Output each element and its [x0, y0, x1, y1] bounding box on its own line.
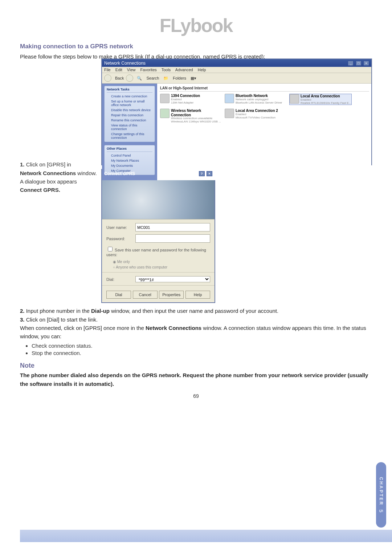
close-icon[interactable]: ×	[363, 61, 369, 66]
nc-sidebar: Network Tasks Create a new connection Se…	[102, 84, 157, 180]
dial-label: Dial:	[106, 277, 135, 282]
folders-label[interactable]: Folders	[173, 76, 186, 80]
bullet-stop-connection: Stop the connection.	[32, 350, 372, 356]
menu-view[interactable]: View	[127, 68, 136, 72]
dlg-window-controls[interactable]: ? ×	[198, 171, 212, 176]
minimize-icon[interactable]: _	[348, 61, 354, 66]
task-create-connection[interactable]: Create a new connection	[107, 94, 152, 99]
other-places-title: Other Places	[107, 147, 152, 152]
section-heading: Making connection to a GPRS network	[20, 43, 372, 50]
password-label: Password:	[106, 237, 135, 241]
cancel-button[interactable]: Cancel	[133, 291, 158, 299]
step-1-text: 1. Click on [GPRS] in Network Connection…	[20, 160, 100, 194]
network-connections-window: Network Connections _ □ × File Edit View…	[101, 58, 372, 165]
search-label[interactable]: Search	[146, 76, 159, 80]
note-heading: Note	[20, 362, 372, 370]
dlg-hero-image	[102, 177, 215, 219]
nc-menubar[interactable]: File Edit View Favorites Tools Advanced …	[102, 67, 371, 73]
network-tasks-panel: Network Tasks Create a new connection Se…	[104, 86, 155, 142]
connect-gprs-dialog: Connect GPRS ? × User name: Password:	[101, 169, 215, 303]
step-3-text: 3. Click on [Dial] to start the link.	[20, 315, 372, 324]
password-input[interactable]	[135, 234, 210, 243]
menu-help[interactable]: Help	[198, 68, 206, 72]
task-rename[interactable]: Rename this connection	[107, 118, 152, 123]
maximize-icon[interactable]: □	[356, 61, 362, 66]
save-credentials-checkbox[interactable]: Save this user name and password for the…	[106, 246, 210, 257]
window-controls[interactable]: _ □ ×	[347, 60, 369, 66]
menu-edit[interactable]: Edit	[115, 68, 122, 72]
other-places-panel: Other Places Control Panel My Network Pl…	[104, 145, 155, 175]
paragraph-when-connected: When connected, click on [GPRS] once mor…	[20, 324, 372, 341]
chapter-tab: CHAPTER5	[376, 462, 386, 528]
properties-button[interactable]: Properties	[159, 291, 184, 299]
connection-icon	[225, 94, 234, 103]
menu-advanced[interactable]: Advanced	[175, 68, 193, 72]
connection-icon	[225, 109, 234, 118]
back-icon[interactable]	[104, 74, 111, 82]
connection-wireless[interactable]: Wireless Network Connection Wireless con…	[160, 109, 222, 124]
place-my-computer[interactable]: My Computer	[107, 168, 152, 173]
nc-main-area: LAN or High-Speed Internet 1394 Connecti…	[157, 84, 371, 180]
connection-icon	[290, 94, 299, 104]
menu-tools[interactable]: Tools	[162, 68, 171, 72]
connection-icon	[160, 94, 170, 103]
connection-local-area-2[interactable]: Local Area Connection 2 Enabled Microsof…	[225, 109, 286, 124]
forward-icon[interactable]	[126, 74, 133, 82]
task-disable-device[interactable]: Disable this network device	[107, 108, 152, 113]
username-input[interactable]	[135, 223, 210, 231]
close-icon[interactable]: ×	[207, 171, 212, 176]
menu-favorites[interactable]: Favorites	[140, 68, 157, 72]
connection-icon	[160, 109, 170, 118]
task-setup-network[interactable]: Set up a home or small office network	[107, 99, 152, 108]
network-tasks-title: Network Tasks	[107, 88, 152, 93]
connection-bluetooth[interactable]: Bluetooth Network Network cable unplugge…	[225, 94, 286, 105]
footer-bar	[20, 530, 392, 542]
dial-select[interactable]: *99***1#	[135, 276, 210, 282]
note-body: The phone number dialed also depends on …	[20, 371, 372, 388]
save-check[interactable]	[108, 247, 113, 251]
place-my-documents[interactable]: My Documents	[107, 163, 152, 168]
help-icon[interactable]: ?	[199, 171, 205, 176]
back-label: Back	[115, 76, 124, 80]
step-2-text: 2. Input phone number in the Dial-up win…	[20, 307, 372, 315]
nc-titlebar: Network Connections _ □ ×	[102, 59, 371, 67]
connection-1394[interactable]: 1394 Connection Enabled 1394 Net Adapter	[160, 94, 222, 105]
help-button[interactable]: Help	[185, 291, 210, 299]
place-network-places[interactable]: My Network Places	[107, 158, 152, 163]
menu-file[interactable]: File	[104, 68, 111, 72]
group-title-lan: LAN or High-Speed Internet	[159, 85, 369, 92]
brand-logo: FLybook	[20, 15, 372, 36]
radio-anyone[interactable]: ○ Anyone who uses this computer	[113, 265, 210, 270]
radio-me-only[interactable]: ◉ Me only	[113, 259, 210, 265]
status-window-bullets: Check connection status. Stop the connec…	[20, 343, 372, 356]
connection-local-area[interactable]: Local Area Connection Enabled Realtek RT…	[289, 94, 352, 105]
task-repair[interactable]: Repair this connection	[107, 113, 152, 118]
task-view-status[interactable]: View status of this connection	[107, 123, 152, 132]
bullet-check-status: Check connection status.	[32, 343, 372, 349]
nc-window-title: Network Connections	[104, 61, 146, 66]
page-number: 69	[20, 393, 372, 399]
place-control-panel[interactable]: Control Panel	[107, 153, 152, 158]
task-change-settings[interactable]: Change settings of this connection	[107, 132, 152, 140]
nc-toolbar[interactable]: Back 🔍 Search 📁 Folders ▦▾	[102, 73, 371, 84]
username-label: User name:	[106, 225, 135, 230]
dial-button[interactable]: Dial	[106, 291, 131, 299]
